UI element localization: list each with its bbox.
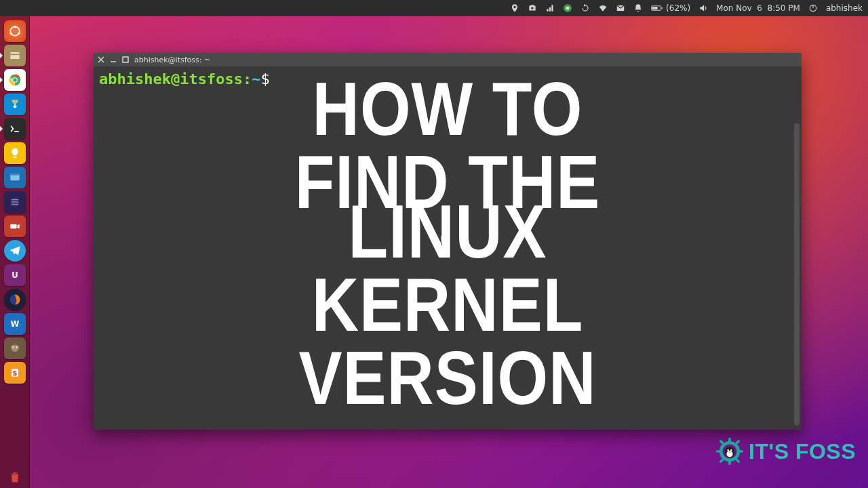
terminal-titlebar[interactable]: abhishek@itsfoss: ~ bbox=[94, 53, 802, 66]
brand-logo: IT'S FOSS bbox=[715, 436, 856, 466]
location-icon[interactable] bbox=[510, 3, 519, 13]
svg-point-10 bbox=[18, 33, 20, 35]
launcher-software[interactable] bbox=[4, 94, 26, 115]
battery-indicator[interactable]: (62%) bbox=[651, 3, 690, 13]
launcher-gimp[interactable] bbox=[4, 338, 26, 359]
svg-text:U: U bbox=[12, 270, 18, 280]
svg-rect-31 bbox=[716, 450, 721, 453]
svg-point-40 bbox=[730, 449, 732, 451]
svg-point-7 bbox=[10, 26, 19, 35]
chrome-indicator-icon[interactable] bbox=[563, 3, 572, 13]
prompt-symbol: $ bbox=[260, 70, 269, 87]
top-menubar: (62%) Mon Nov 6 8:50 PM abhishek bbox=[0, 0, 868, 16]
launcher-lightbulb[interactable] bbox=[4, 142, 26, 164]
svg-rect-17 bbox=[10, 174, 19, 176]
prompt-cwd: ~ bbox=[252, 70, 260, 87]
battery-percent: (62%) bbox=[666, 3, 690, 13]
gear-penguin-icon bbox=[715, 436, 745, 466]
launcher-terminal[interactable] bbox=[4, 118, 26, 140]
svg-rect-27 bbox=[123, 57, 128, 62]
terminal-window: abhishek@itsfoss: ~ abhishek@itsfoss:~$ … bbox=[94, 53, 802, 430]
svg-point-23 bbox=[12, 346, 14, 348]
launcher-screenshot[interactable] bbox=[4, 167, 26, 188]
svg-rect-32 bbox=[738, 450, 743, 453]
svg-rect-4 bbox=[661, 7, 662, 9]
launcher-files[interactable] bbox=[4, 45, 26, 66]
camera-icon[interactable] bbox=[528, 3, 537, 13]
sync-icon[interactable] bbox=[580, 3, 590, 13]
svg-point-15 bbox=[13, 78, 16, 81]
svg-text:W: W bbox=[10, 319, 19, 329]
launcher-telegram[interactable] bbox=[4, 240, 26, 262]
launcher-trash[interactable] bbox=[4, 466, 26, 488]
launcher-chrome[interactable] bbox=[4, 69, 26, 91]
launcher-wps[interactable]: W bbox=[4, 313, 26, 335]
launcher-sublime[interactable]: S bbox=[4, 362, 26, 384]
network-icon[interactable] bbox=[545, 3, 555, 13]
svg-rect-29 bbox=[728, 438, 731, 443]
svg-rect-19 bbox=[10, 224, 16, 229]
svg-point-0 bbox=[531, 7, 534, 9]
svg-text:S: S bbox=[12, 369, 17, 377]
minimize-icon[interactable] bbox=[110, 56, 117, 63]
launcher-eclipse[interactable] bbox=[4, 191, 26, 213]
mail-icon[interactable] bbox=[616, 3, 625, 13]
wifi-icon[interactable] bbox=[598, 3, 608, 13]
svg-rect-5 bbox=[652, 7, 658, 9]
prompt-colon: : bbox=[243, 70, 252, 87]
svg-point-9 bbox=[9, 33, 12, 35]
brand-text: IT'S FOSS bbox=[749, 439, 856, 464]
prompt-user-host: abhishek@itsfoss bbox=[99, 70, 243, 87]
launcher-utool[interactable]: U bbox=[4, 264, 26, 286]
overlay-line2: LINUX KERNEL VERSION bbox=[271, 195, 625, 415]
close-icon[interactable] bbox=[98, 56, 104, 63]
maximize-icon[interactable] bbox=[122, 56, 129, 63]
bell-icon[interactable] bbox=[633, 3, 643, 13]
terminal-title: abhishek@itsfoss: ~ bbox=[134, 56, 210, 64]
launcher-dash[interactable] bbox=[4, 20, 26, 42]
terminal-scrollbar[interactable] bbox=[794, 123, 800, 426]
launcher-recorder[interactable] bbox=[4, 216, 26, 237]
svg-point-8 bbox=[14, 26, 16, 28]
svg-rect-12 bbox=[10, 55, 19, 59]
overlay-title: HOW TO FIND THE LINUX KERNEL VERSION bbox=[271, 82, 625, 401]
volume-icon[interactable] bbox=[698, 3, 708, 13]
svg-rect-11 bbox=[10, 52, 19, 54]
svg-rect-30 bbox=[728, 460, 731, 465]
text-caret bbox=[441, 236, 441, 247]
launcher-firefox[interactable] bbox=[4, 289, 26, 310]
clock[interactable]: Mon Nov 6 8:50 PM bbox=[716, 3, 800, 13]
user-menu[interactable]: abhishek bbox=[826, 3, 863, 13]
svg-point-39 bbox=[728, 449, 729, 451]
launcher: U W S bbox=[0, 16, 30, 488]
svg-point-2 bbox=[566, 7, 570, 10]
power-icon[interactable] bbox=[808, 3, 818, 13]
svg-point-24 bbox=[16, 346, 17, 348]
